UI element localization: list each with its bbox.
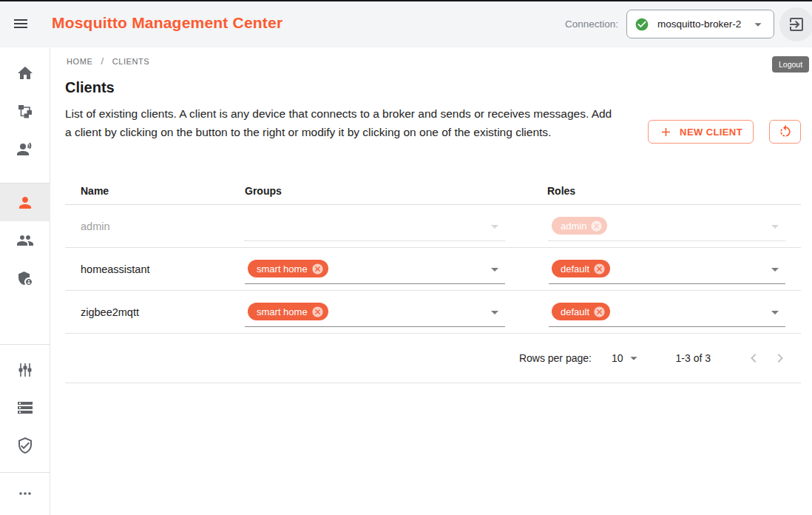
group-chip[interactable]: smart home — [248, 260, 328, 277]
chevron-down-icon — [766, 303, 784, 321]
group-chip-label: smart home — [257, 263, 308, 275]
clients-table: Name Groups Roles admin admin — [65, 178, 801, 383]
chevron-down-icon — [766, 218, 784, 235]
roles-select[interactable]: default — [549, 255, 785, 284]
chip-delete-icon — [590, 220, 603, 232]
page-description: List of existing clients. A client is an… — [65, 104, 621, 141]
sidebar-item-settings[interactable] — [0, 352, 50, 388]
chevron-down-icon — [766, 260, 784, 278]
chip-delete-icon[interactable] — [311, 306, 324, 318]
chip-delete-icon[interactable] — [593, 306, 606, 318]
sidebar-item-groups[interactable] — [0, 223, 50, 258]
app-title: Mosquitto Management Center — [52, 14, 282, 32]
role-chip-label: admin — [561, 221, 586, 232]
groups-select — [245, 212, 505, 241]
client-name: homeassistant — [65, 263, 245, 275]
rotate-left-icon — [778, 124, 793, 139]
logout-tooltip: Logout — [772, 56, 809, 73]
role-chip: admin — [552, 217, 607, 235]
sidebar-item-terminal[interactable] — [0, 131, 50, 166]
breadcrumb-home[interactable]: HOME — [67, 57, 92, 66]
client-name: admin — [65, 221, 245, 232]
sidebar-divider — [0, 472, 50, 473]
new-client-button[interactable]: NEW CLIENT — [648, 120, 754, 144]
storage-icon — [16, 399, 34, 417]
pagination-range: 1-3 of 3 — [676, 352, 711, 364]
chip-delete-icon[interactable] — [593, 263, 606, 275]
sidebar-divider — [0, 344, 50, 345]
table-row[interactable]: zigbee2mqtt smart home default — [65, 291, 801, 334]
chevron-left-icon — [745, 349, 762, 367]
tune-icon — [16, 361, 34, 379]
home-icon — [16, 64, 34, 82]
roles-select: admin — [549, 212, 785, 241]
column-header-groups: Groups — [245, 185, 547, 197]
column-header-roles: Roles — [547, 185, 801, 197]
sidebar-item-certificates[interactable] — [0, 428, 50, 463]
add-icon — [659, 125, 673, 139]
role-chip[interactable]: default — [552, 303, 610, 320]
table-row[interactable]: homeassistant smart home default — [65, 248, 801, 291]
group-chip-label: smart home — [257, 306, 308, 317]
admin-panel-settings-icon — [16, 269, 34, 287]
roles-select[interactable]: default — [549, 297, 785, 327]
sidebar-item-topic-tree[interactable] — [0, 93, 50, 129]
sidebar — [0, 47, 50, 515]
role-chip[interactable]: default — [552, 260, 610, 277]
menu-icon[interactable] — [12, 15, 30, 33]
refresh-button[interactable] — [769, 120, 801, 144]
chevron-down-icon — [626, 350, 642, 366]
logout-button[interactable] — [779, 7, 812, 41]
app-bar: Mosquitto Management Center Connection: … — [0, 0, 812, 47]
sidebar-item-more[interactable] — [0, 476, 50, 511]
table-header: Name Groups Roles — [65, 178, 801, 205]
sidebar-item-home[interactable] — [0, 55, 50, 91]
breadcrumb-separator: / — [101, 55, 104, 67]
table-row[interactable]: admin admin — [65, 205, 801, 248]
chip-delete-icon[interactable] — [311, 263, 324, 275]
window-top-edge — [0, 0, 812, 1]
schema-icon — [16, 102, 34, 120]
page-actions: NEW CLIENT — [648, 120, 801, 144]
connection-label: Connection: — [565, 18, 618, 30]
role-chip-label: default — [561, 306, 589, 317]
groups-select[interactable]: smart home — [245, 255, 505, 284]
exit-to-app-icon — [788, 16, 805, 33]
table-pagination: Rows per page: 10 1-3 of 3 — [65, 334, 801, 383]
next-page-button — [767, 345, 794, 371]
chevron-down-icon — [486, 260, 504, 278]
connection-value: mosquitto-broker-2 — [657, 18, 750, 30]
person-icon — [16, 194, 34, 212]
page-title: Clients — [65, 79, 115, 96]
rows-per-page-label: Rows per page: — [519, 352, 592, 364]
chevron-down-icon — [486, 303, 504, 321]
rows-per-page-value: 10 — [612, 352, 623, 364]
chevron-down-icon — [486, 218, 504, 235]
breadcrumb: HOME / CLIENTS — [67, 55, 149, 67]
group-chip[interactable]: smart home — [248, 303, 328, 320]
record-voice-over-icon — [16, 140, 34, 158]
verified-user-icon — [16, 437, 34, 454]
people-icon — [16, 232, 34, 249]
main-content: HOME / CLIENTS Clients List of existing … — [50, 47, 812, 515]
check-circle-icon — [635, 17, 649, 32]
sidebar-item-streams[interactable] — [0, 390, 50, 425]
client-name: zigbee2mqtt — [65, 306, 245, 318]
role-chip-label: default — [561, 263, 589, 275]
groups-select[interactable]: smart home — [245, 297, 505, 327]
new-client-button-label: NEW CLIENT — [680, 127, 742, 138]
breadcrumb-current: CLIENTS — [112, 57, 150, 66]
column-header-name: Name — [65, 185, 245, 197]
chevron-right-icon — [771, 349, 789, 367]
connection-select[interactable]: mosquitto-broker-2 — [626, 10, 774, 38]
more-horiz-icon — [16, 485, 34, 502]
sidebar-item-clients[interactable] — [0, 184, 50, 221]
chevron-down-icon — [750, 16, 766, 33]
sidebar-item-roles[interactable] — [0, 260, 50, 296]
rows-per-page-select[interactable]: 10 — [612, 350, 642, 366]
previous-page-button — [740, 345, 767, 371]
